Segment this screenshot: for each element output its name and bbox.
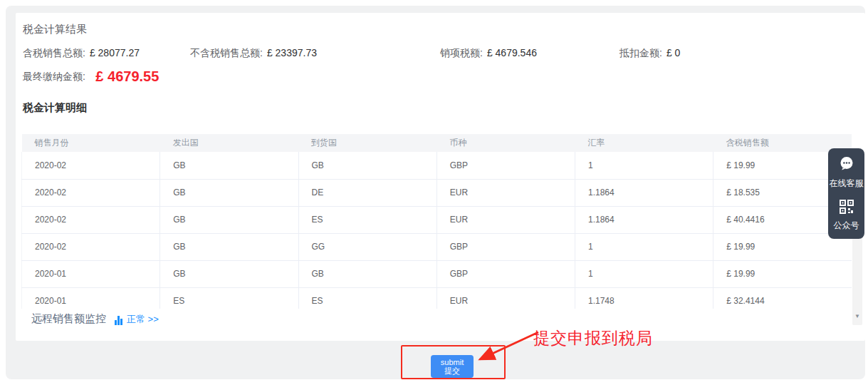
tax-detail-table: 销售月份发出国到货国币种汇率含税销售额 2020-02GBGBGBP1£ 19.…	[21, 134, 852, 309]
summary-item-output-tax: 销项税额:£ 4679.546	[440, 47, 537, 60]
scroll-down-icon[interactable]: ▼	[852, 312, 862, 321]
detail-section-title: 税金计算明细	[23, 101, 87, 115]
tax-detail-table-wrap: 销售月份发出国到货国币种汇率含税销售额 2020-02GBGBGBP1£ 19.…	[21, 134, 852, 309]
table-cell: 2020-02	[22, 206, 160, 233]
remote-sales-monitor-label: 远程销售额监控	[31, 312, 106, 324]
online-service-item[interactable]: 在线客服	[828, 155, 864, 190]
content-shell: 税金计算结果 含税销售总额:£ 28077.27 不含税销售总额:£ 23397…	[6, 6, 865, 379]
table-cell: 1	[575, 260, 713, 287]
final-amount-row: 最终缴纳金额: £ 4679.55	[23, 68, 159, 87]
table-column-header: 发出国	[160, 134, 298, 152]
summary-value: £ 28077.27	[90, 47, 140, 58]
qr-code-icon	[839, 199, 854, 215]
chat-bubble-icon	[838, 155, 855, 173]
summary-item-deduction: 抵扣金额:£ 0	[619, 47, 680, 60]
summary-row: 含税销售总额:£ 28077.27 不含税销售总额:£ 23397.73 销项税…	[16, 47, 865, 61]
table-cell: GB	[160, 206, 298, 233]
table-cell: GB	[298, 260, 436, 287]
table-cell: EUR	[436, 287, 575, 309]
official-account-label: 公众号	[828, 220, 864, 232]
summary-label: 不含税销售总额:	[190, 47, 263, 58]
summary-label: 销项税额:	[440, 47, 483, 58]
table-cell: DE	[298, 179, 436, 206]
table-cell: ES	[298, 287, 436, 309]
monitor-status-link[interactable]: 正常 >>	[127, 314, 159, 324]
summary-value: £ 4679.546	[487, 47, 537, 58]
table-cell: ES	[160, 287, 298, 309]
table-cell: 1.1748	[575, 287, 713, 309]
table-header-row: 销售月份发出国到货国币种汇率含税销售额	[22, 134, 852, 152]
online-service-label: 在线客服	[828, 178, 864, 190]
table-column-header: 汇率	[575, 134, 713, 152]
table-body: 2020-02GBGBGBP1£ 19.992020-02GBDEEUR1.18…	[22, 152, 852, 309]
final-amount-value: £ 4679.55	[95, 68, 159, 84]
submit-button-label-zh: 提交	[431, 366, 474, 375]
table-cell: GBP	[436, 233, 575, 260]
annotation-arrow-icon	[467, 328, 542, 367]
table-cell: GB	[298, 152, 436, 179]
table-row: 2020-02GBDEEUR1.1864£ 18.535	[22, 179, 852, 206]
table-cell: GG	[298, 233, 436, 260]
bar-chart-icon	[115, 313, 124, 322]
table-row: 2020-02GBGBGBP1£ 19.99	[22, 152, 852, 179]
page: 税金计算结果 含税销售总额:£ 28077.27 不含税销售总额:£ 23397…	[0, 0, 868, 385]
table-cell: 2020-01	[22, 287, 160, 309]
table-cell: GB	[160, 152, 298, 179]
table-column-header: 到货国	[298, 134, 436, 152]
card-title: 税金计算结果	[23, 23, 87, 36]
table-cell: GBP	[436, 260, 575, 287]
table-row: 2020-02GBGGGBP1£ 19.99	[22, 233, 852, 260]
summary-label: 抵扣金额:	[619, 47, 662, 58]
summary-value: £ 0	[666, 47, 680, 58]
summary-label: 含税销售总额:	[23, 47, 85, 58]
table-row: 2020-01GBGBGBP1£ 19.99	[22, 260, 852, 287]
table-cell: EUR	[436, 206, 575, 233]
table-cell: 2020-02	[22, 233, 160, 260]
table-cell: 2020-02	[22, 152, 160, 179]
table-cell: £ 19.99	[713, 260, 852, 287]
tax-result-card: 税金计算结果 含税销售总额:£ 28077.27 不含税销售总额:£ 23397…	[16, 13, 865, 341]
table-cell: 2020-01	[22, 260, 160, 287]
summary-value: £ 23397.73	[267, 47, 317, 58]
table-cell: GB	[160, 260, 298, 287]
table-cell: GBP	[436, 152, 575, 179]
table-column-header: 币种	[436, 134, 575, 152]
table-cell: 1	[575, 233, 713, 260]
table-cell: 1	[575, 152, 713, 179]
table-cell: 1.1864	[575, 179, 713, 206]
table-column-header: 销售月份	[22, 134, 160, 152]
table-cell: GB	[160, 179, 298, 206]
table-cell: £ 32.4144	[713, 287, 852, 309]
table-row: 2020-01ESESEUR1.1748£ 32.4144	[22, 287, 852, 309]
floating-service-widget: 在线客服 公众号	[828, 148, 864, 239]
table-row: 2020-02GBESEUR1.1864£ 40.4416	[22, 206, 852, 233]
table-cell: GB	[160, 233, 298, 260]
summary-item-net-total: 不含税销售总额:£ 23397.73	[190, 47, 317, 60]
remote-sales-monitor: 远程销售额监控正常 >>	[31, 312, 159, 328]
official-account-item[interactable]: 公众号	[828, 199, 864, 232]
table-cell: EUR	[436, 179, 575, 206]
table-cell: 2020-02	[22, 179, 160, 206]
summary-item-gross-total: 含税销售总额:£ 28077.27	[23, 47, 140, 60]
annotation-text: 提交申报到税局	[533, 327, 653, 349]
table-cell: ES	[298, 206, 436, 233]
table-cell: 1.1864	[575, 206, 713, 233]
final-amount-label: 最终缴纳金额:	[23, 71, 85, 82]
